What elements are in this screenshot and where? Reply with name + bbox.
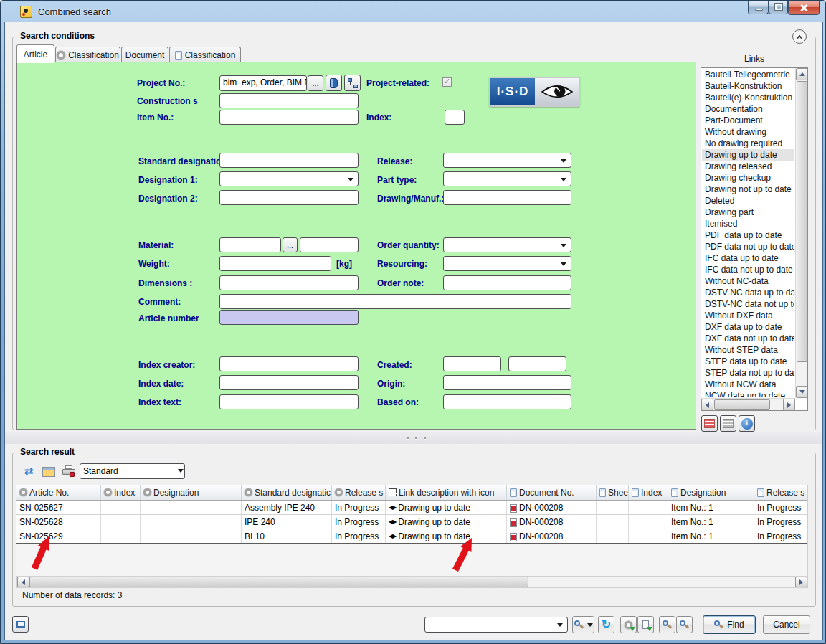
collapse-button[interactable] (792, 29, 807, 44)
links-list-item[interactable]: PDF data not up to date (702, 241, 794, 252)
part-type-combo[interactable] (443, 171, 571, 186)
table-cell[interactable]: Assembly IPE 240 (242, 501, 332, 514)
links-list-item[interactable]: Drawing checkup (702, 172, 794, 184)
column-header[interactable]: Release s (754, 485, 807, 500)
links-list-item[interactable]: Without NCW data (702, 379, 794, 390)
links-list-item[interactable]: Drawing not up to date (702, 184, 794, 195)
close-button[interactable] (788, 1, 820, 15)
links-horizontal-scrollbar[interactable] (701, 398, 795, 410)
comment-input[interactable] (219, 294, 571, 309)
table-cell[interactable] (141, 529, 242, 543)
reset-button[interactable]: ↻ (598, 616, 614, 633)
article-number-input[interactable] (219, 310, 359, 325)
table-cell[interactable]: ◀▶Drawing up to date (386, 515, 507, 529)
cancel-button[interactable]: Cancel (763, 615, 810, 634)
column-header[interactable]: Article No. (16, 485, 101, 500)
table-cell[interactable] (101, 501, 141, 514)
index-text-input[interactable] (219, 394, 359, 409)
created-input-1[interactable] (443, 356, 501, 371)
scrollbar-thumb[interactable] (797, 81, 807, 362)
origin-input[interactable] (443, 375, 571, 390)
print-button[interactable] (61, 463, 77, 479)
links-list-item[interactable]: Bauteil(e)-Konstruktion (702, 92, 794, 103)
saved-search-combo[interactable] (424, 617, 568, 633)
tab-classification-document[interactable]: Classification (169, 47, 241, 63)
table-row[interactable]: SN-025627Assembly IPE 240In Progress◀▶Dr… (16, 501, 807, 515)
links-list-item[interactable]: NCW data up to date (702, 390, 794, 397)
minimize-button[interactable] (748, 1, 769, 14)
table-cell[interactable]: In Progress (754, 515, 807, 529)
table-cell[interactable] (101, 515, 141, 529)
created-input-2[interactable] (508, 356, 566, 371)
table-cell[interactable]: Item No.: 1 (668, 515, 754, 529)
column-header[interactable]: Index (101, 485, 141, 500)
links-list-item[interactable]: DSTV-NC data up to dat (702, 287, 794, 298)
column-header[interactable]: Shee (597, 485, 629, 500)
tab-document[interactable]: Document (121, 47, 168, 63)
links-list-item[interactable]: IFC data up to date (702, 252, 794, 264)
table-cell[interactable] (101, 529, 141, 543)
links-list-item[interactable]: DSTV-NC data not up to (702, 298, 794, 310)
resourcing-combo[interactable] (443, 256, 571, 271)
table-cell[interactable]: ◀▶Drawing up to date (386, 501, 507, 514)
column-header[interactable]: Link description with icon (386, 485, 507, 500)
links-list-item[interactable]: Without STEP data (702, 344, 794, 356)
links-vertical-scrollbar[interactable] (795, 68, 807, 398)
find-button[interactable]: Find (703, 615, 756, 634)
load-document-search-button[interactable] (637, 616, 654, 633)
release-combo[interactable] (443, 153, 571, 168)
table-cell[interactable]: In Progress (332, 501, 386, 514)
table-row[interactable]: SN-025629BI 10In Progress◀▶Drawing up to… (16, 529, 807, 544)
weight-input[interactable] (219, 256, 331, 271)
designation2-input[interactable] (219, 190, 359, 205)
project-browse-button[interactable]: ... (308, 75, 323, 91)
table-horizontal-scrollbar[interactable] (16, 576, 808, 588)
links-view-empty-button[interactable] (720, 415, 736, 432)
table-cell[interactable] (629, 515, 668, 529)
column-header[interactable]: Designation (668, 485, 754, 500)
links-list-item[interactable]: Without DXF data (702, 310, 794, 321)
titlebar[interactable]: Combined search (1, 1, 825, 22)
table-cell[interactable]: SN-025627 (16, 501, 101, 514)
construction-input[interactable] (219, 93, 359, 108)
based-on-input[interactable] (443, 394, 571, 409)
preview-button[interactable] (41, 464, 57, 480)
table-cell[interactable]: Item No.: 1 (668, 501, 754, 514)
scroll-down-button[interactable] (796, 386, 808, 398)
column-header[interactable]: Standard designatic (242, 485, 332, 500)
column-header[interactable]: Designation (141, 485, 242, 500)
table-cell[interactable]: Item No.: 1 (668, 529, 754, 543)
scroll-left-button[interactable] (17, 577, 29, 587)
find-parts-button[interactable] (659, 616, 675, 633)
scrollbar-thumb[interactable] (714, 399, 770, 410)
table-cell[interactable]: DN-000208 (507, 515, 597, 529)
table-cell[interactable] (597, 515, 629, 529)
column-header[interactable]: Release s (332, 485, 386, 500)
find-documents-button[interactable] (676, 616, 693, 633)
maximize-button[interactable] (769, 1, 788, 14)
table-cell[interactable]: BI 10 (242, 529, 332, 543)
table-cell[interactable]: ◀▶Drawing up to date (386, 529, 507, 543)
layout-button[interactable] (12, 616, 29, 633)
scroll-up-button[interactable] (796, 68, 808, 80)
links-list-item[interactable]: Drawing released (702, 161, 794, 172)
links-list-item[interactable]: Deleted (702, 195, 794, 207)
table-cell[interactable]: SN-025628 (16, 515, 101, 529)
order-note-input[interactable] (443, 275, 571, 290)
table-cell[interactable] (141, 501, 242, 514)
designation1-combo[interactable] (219, 171, 359, 186)
links-list-item[interactable]: Bauteil-Teilegeometrie (702, 69, 794, 80)
table-cell[interactable]: DN-000208 (507, 501, 597, 514)
column-header[interactable]: Index (629, 485, 668, 500)
dimensions-input[interactable] (219, 275, 359, 290)
links-list-item[interactable]: DXF data up to date (702, 321, 794, 333)
links-list-item[interactable]: Part-Document (702, 115, 794, 126)
result-view-combo[interactable]: Standard (80, 463, 185, 479)
standard-designation-input[interactable] (219, 153, 359, 168)
project-structure-button[interactable] (344, 75, 361, 91)
index-date-input[interactable] (219, 375, 359, 390)
index-creator-input[interactable] (219, 356, 359, 371)
table-cell[interactable] (141, 515, 242, 529)
table-cell[interactable]: In Progress (754, 529, 807, 543)
column-header[interactable]: Document No. (507, 485, 597, 500)
